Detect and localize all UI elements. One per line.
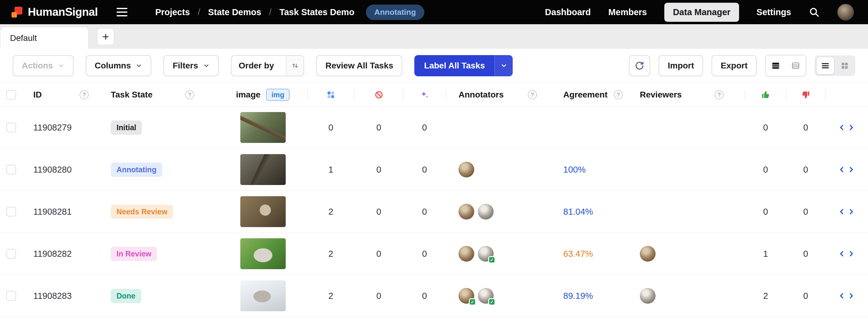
top-navigation: Dashboard Members Data Manager Settings	[545, 3, 854, 22]
column-agreement-label[interactable]: Agreement	[563, 90, 608, 99]
order-by-button[interactable]: Order by	[231, 55, 305, 76]
accepted-count: 0	[745, 107, 786, 148]
predictions-icon[interactable]	[420, 90, 430, 99]
annotators-cell	[446, 191, 554, 233]
open-task-chevron-left-icon[interactable]	[837, 292, 846, 300]
grid-layout-toggle[interactable]	[836, 57, 854, 74]
label-all-tasks-split-button[interactable]: Label All Tasks	[414, 55, 513, 76]
table-view-toggle[interactable]	[766, 55, 786, 76]
open-task-chevron-right-icon[interactable]	[847, 292, 856, 300]
row-checkbox[interactable]	[6, 291, 16, 301]
help-icon[interactable]: ?	[80, 90, 89, 99]
task-image-thumbnail[interactable]	[240, 280, 286, 311]
chevron-down-icon[interactable]	[495, 55, 513, 76]
breadcrumb-project-group[interactable]: State Demos	[208, 7, 261, 17]
open-task-chevron-left-icon[interactable]	[837, 207, 846, 216]
review-all-tasks-button[interactable]: Review All Tasks	[316, 55, 402, 76]
import-button[interactable]: Import	[658, 55, 703, 76]
hamburger-menu-icon[interactable]	[117, 8, 127, 16]
task-row[interactable]: 11908283 Done 2 0 0 ✓ ✓ 89.19% 2 0	[0, 275, 868, 317]
chevron-down-icon	[135, 62, 142, 69]
task-row[interactable]: 11908279 Initial 0 0 0 0 0	[0, 107, 868, 149]
task-id: 11908279	[22, 107, 100, 148]
open-task-chevron-right-icon[interactable]	[847, 249, 856, 258]
nav-dashboard[interactable]: Dashboard	[545, 7, 591, 17]
brand[interactable]: HumanSignal	[11, 6, 98, 19]
add-view-tab-button[interactable]: +	[97, 28, 114, 45]
top-bar: HumanSignal Projects / State Demos / Tas…	[0, 0, 868, 24]
open-task-chevron-left-icon[interactable]	[837, 123, 846, 132]
predictions-count: 0	[403, 233, 446, 275]
task-image-thumbnail[interactable]	[240, 112, 286, 143]
task-row[interactable]: 11908281 Needs Review 2 0 0 81.04% 0 0	[0, 191, 868, 233]
accepted-thumbs-up-icon[interactable]	[761, 90, 771, 99]
actions-dropdown[interactable]: Actions	[13, 55, 73, 76]
task-image-thumbnail[interactable]	[240, 196, 286, 227]
search-icon[interactable]	[809, 7, 819, 18]
open-task-chevron-right-icon[interactable]	[847, 207, 856, 216]
breadcrumb-project[interactable]: Task States Demo	[279, 7, 354, 17]
select-all-checkbox[interactable]	[6, 90, 16, 99]
annotations-count-icon[interactable]	[326, 90, 336, 99]
help-icon[interactable]: ?	[528, 90, 537, 99]
order-by-label: Order by	[231, 61, 281, 70]
breadcrumb-projects[interactable]: Projects	[155, 7, 190, 17]
nav-settings[interactable]: Settings	[756, 7, 791, 17]
annotator-avatar: ✓	[478, 246, 494, 262]
open-task-chevron-right-icon[interactable]	[847, 165, 856, 174]
task-id: 11908281	[22, 191, 100, 233]
task-image-thumbnail[interactable]	[240, 238, 286, 269]
column-task-state-label[interactable]: Task State	[111, 90, 153, 99]
table-header: ID ? Task State ? image img Annotators ?…	[0, 83, 868, 107]
row-checkbox[interactable]	[6, 249, 16, 259]
help-icon[interactable]: ?	[185, 90, 194, 99]
agreement-value: 81.04%	[563, 207, 593, 217]
chevron-down-icon	[58, 62, 64, 69]
tab-default-view[interactable]: Default	[0, 27, 89, 49]
column-image-label[interactable]: image	[236, 90, 260, 99]
annotators-cell: ✓ ✓	[446, 275, 554, 317]
sort-icon[interactable]	[286, 56, 304, 76]
cancelled-count: 0	[354, 107, 403, 148]
row-checkbox[interactable]	[6, 123, 16, 132]
user-avatar[interactable]	[837, 4, 854, 21]
row-checkbox[interactable]	[6, 165, 16, 174]
cancelled-annotations-icon[interactable]	[374, 90, 384, 99]
task-row[interactable]: 11908282 In Review 2 0 0 ✓ 63.47% 1 0	[0, 233, 868, 275]
task-image-thumbnail[interactable]	[240, 154, 286, 185]
task-id: 11908280	[22, 149, 100, 190]
project-status-badge: Annotating	[366, 4, 424, 20]
export-label: Export	[721, 61, 748, 70]
actions-label: Actions	[22, 61, 53, 70]
task-row[interactable]: 11908280 Annotating 1 0 0 100% 0 0	[0, 149, 868, 191]
filters-dropdown[interactable]: Filters	[163, 55, 218, 76]
accepted-count: 1	[745, 233, 786, 275]
accepted-count: 0	[745, 149, 786, 190]
open-task-chevron-left-icon[interactable]	[837, 165, 846, 174]
help-icon[interactable]: ?	[715, 90, 724, 99]
row-checkbox[interactable]	[6, 207, 16, 216]
annotations-count: 2	[307, 233, 354, 275]
annotations-count: 0	[307, 107, 354, 148]
column-annotators-label[interactable]: Annotators	[459, 90, 504, 99]
brand-logo-icon	[11, 7, 22, 18]
filters-label: Filters	[173, 61, 198, 70]
column-reviewers-label[interactable]: Reviewers	[640, 90, 682, 99]
help-icon[interactable]: ?	[614, 90, 623, 99]
refresh-button[interactable]	[629, 55, 650, 76]
column-id-label[interactable]: ID	[33, 90, 42, 99]
nav-members[interactable]: Members	[608, 7, 647, 17]
export-button[interactable]: Export	[712, 55, 756, 76]
rejected-thumbs-down-icon[interactable]	[801, 90, 810, 99]
compact-view-icon	[791, 61, 800, 70]
reviewers-cell	[631, 233, 745, 275]
list-layout-toggle[interactable]	[816, 57, 834, 74]
open-task-chevron-left-icon[interactable]	[837, 249, 846, 258]
toolbar-right-cluster: Import Export	[629, 55, 855, 77]
open-task-chevron-right-icon[interactable]	[847, 123, 856, 132]
nav-data-manager[interactable]: Data Manager	[664, 3, 739, 22]
reviewed-check-icon: ✓	[488, 298, 495, 305]
cancelled-count: 0	[354, 233, 403, 275]
columns-dropdown[interactable]: Columns	[86, 55, 152, 76]
compact-view-toggle[interactable]	[786, 55, 806, 76]
